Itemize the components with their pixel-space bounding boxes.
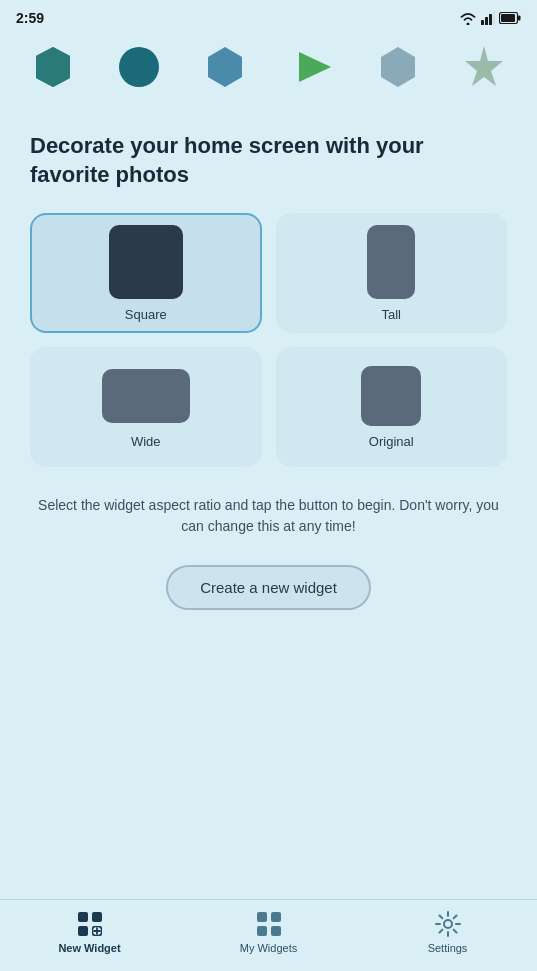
svg-point-26 xyxy=(444,920,452,928)
svg-rect-17 xyxy=(78,926,88,936)
shapes-row xyxy=(0,32,537,112)
wifi-icon xyxy=(459,11,477,25)
create-widget-button[interactable]: Create a new widget xyxy=(166,565,371,610)
wide-shape xyxy=(102,369,190,423)
svg-marker-14 xyxy=(465,46,503,86)
widget-label-square: Square xyxy=(125,307,167,322)
widget-option-wide[interactable]: Wide xyxy=(30,347,262,467)
svg-point-10 xyxy=(119,47,159,87)
svg-marker-11 xyxy=(208,47,242,87)
widget-option-original[interactable]: Original xyxy=(276,347,508,467)
svg-marker-12 xyxy=(299,52,331,82)
my-widgets-icon xyxy=(255,910,283,938)
deco-shape-5 xyxy=(375,44,421,90)
svg-rect-24 xyxy=(257,926,267,936)
subtitle-text: Select the widget aspect ratio and tap t… xyxy=(30,495,507,537)
svg-rect-2 xyxy=(489,14,492,25)
widget-option-square[interactable]: Square xyxy=(30,213,262,333)
svg-rect-1 xyxy=(485,17,488,25)
deco-shape-2 xyxy=(116,44,162,90)
status-time: 2:59 xyxy=(16,10,44,26)
status-bar: 2:59 xyxy=(0,0,537,32)
svg-rect-0 xyxy=(481,20,484,25)
widget-label-tall: Tall xyxy=(381,307,401,322)
widget-shape-square xyxy=(48,225,244,299)
svg-rect-3 xyxy=(493,11,495,25)
status-icons xyxy=(459,11,521,25)
widget-options-grid: Square Tall Wide Original xyxy=(30,213,507,467)
deco-shape-1 xyxy=(30,44,76,90)
nav-label-new-widget: New Widget xyxy=(58,942,120,954)
battery-icon xyxy=(499,12,521,24)
svg-rect-25 xyxy=(271,926,281,936)
deco-shape-6 xyxy=(461,44,507,90)
svg-rect-23 xyxy=(271,912,281,922)
nav-label-my-widgets: My Widgets xyxy=(240,942,297,954)
bottom-nav: New Widget My Widgets Settings xyxy=(0,899,537,971)
widget-label-original: Original xyxy=(369,434,414,449)
nav-label-settings: Settings xyxy=(428,942,468,954)
nav-item-my-widgets[interactable]: My Widgets xyxy=(179,910,358,954)
svg-marker-13 xyxy=(381,47,415,87)
svg-rect-5 xyxy=(501,14,515,22)
settings-icon xyxy=(434,910,462,938)
signal-icon xyxy=(481,11,495,25)
original-shape xyxy=(361,366,421,426)
page-headline: Decorate your home screen with your favo… xyxy=(30,132,507,189)
new-widget-icon xyxy=(76,910,104,938)
widget-option-tall[interactable]: Tall xyxy=(276,213,508,333)
nav-item-new-widget[interactable]: New Widget xyxy=(0,910,179,954)
square-shape xyxy=(109,225,183,299)
svg-marker-9 xyxy=(36,47,70,87)
widget-shape-tall xyxy=(294,225,490,299)
deco-shape-3 xyxy=(202,44,248,90)
deco-shape-4 xyxy=(289,44,335,90)
svg-rect-15 xyxy=(78,912,88,922)
svg-rect-22 xyxy=(257,912,267,922)
widget-label-wide: Wide xyxy=(131,434,161,449)
main-content: Decorate your home screen with your favo… xyxy=(0,112,537,630)
widget-shape-original xyxy=(294,365,490,426)
svg-rect-6 xyxy=(518,16,521,21)
widget-shape-wide xyxy=(48,365,244,426)
tall-shape xyxy=(367,225,415,299)
svg-rect-16 xyxy=(92,912,102,922)
nav-item-settings[interactable]: Settings xyxy=(358,910,537,954)
